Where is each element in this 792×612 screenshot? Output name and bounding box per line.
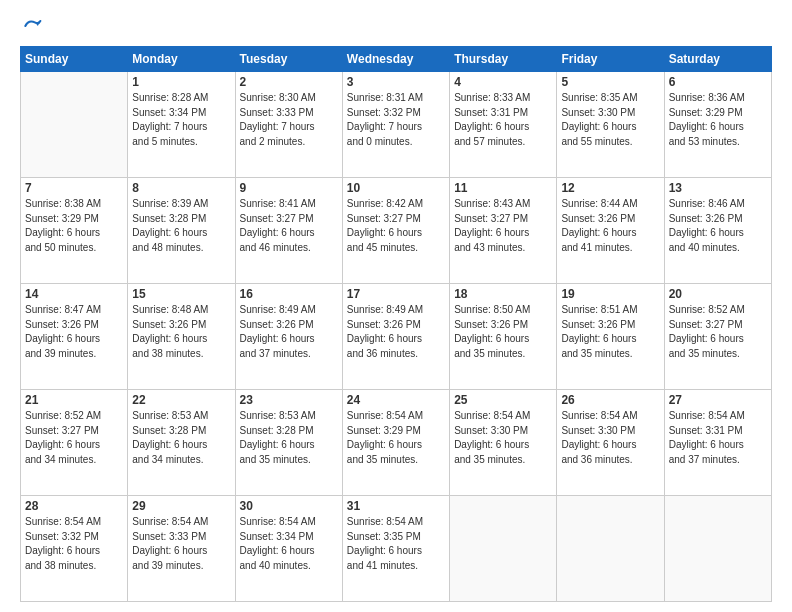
day-info: Sunrise: 8:50 AM Sunset: 3:26 PM Dayligh…: [454, 303, 552, 361]
day-number: 19: [561, 287, 659, 301]
day-number: 11: [454, 181, 552, 195]
day-number: 4: [454, 75, 552, 89]
day-info: Sunrise: 8:53 AM Sunset: 3:28 PM Dayligh…: [132, 409, 230, 467]
day-number: 8: [132, 181, 230, 195]
logo: [20, 18, 42, 36]
calendar-cell: 21Sunrise: 8:52 AM Sunset: 3:27 PM Dayli…: [21, 390, 128, 496]
calendar-cell: 3Sunrise: 8:31 AM Sunset: 3:32 PM Daylig…: [342, 72, 449, 178]
weekday-header: Wednesday: [342, 47, 449, 72]
day-number: 9: [240, 181, 338, 195]
day-info: Sunrise: 8:47 AM Sunset: 3:26 PM Dayligh…: [25, 303, 123, 361]
calendar-cell: 31Sunrise: 8:54 AM Sunset: 3:35 PM Dayli…: [342, 496, 449, 602]
day-info: Sunrise: 8:48 AM Sunset: 3:26 PM Dayligh…: [132, 303, 230, 361]
day-number: 1: [132, 75, 230, 89]
day-info: Sunrise: 8:52 AM Sunset: 3:27 PM Dayligh…: [25, 409, 123, 467]
day-number: 13: [669, 181, 767, 195]
day-info: Sunrise: 8:39 AM Sunset: 3:28 PM Dayligh…: [132, 197, 230, 255]
calendar-week-row: 28Sunrise: 8:54 AM Sunset: 3:32 PM Dayli…: [21, 496, 772, 602]
calendar-cell: 14Sunrise: 8:47 AM Sunset: 3:26 PM Dayli…: [21, 284, 128, 390]
calendar-cell: 7Sunrise: 8:38 AM Sunset: 3:29 PM Daylig…: [21, 178, 128, 284]
day-info: Sunrise: 8:30 AM Sunset: 3:33 PM Dayligh…: [240, 91, 338, 149]
day-info: Sunrise: 8:53 AM Sunset: 3:28 PM Dayligh…: [240, 409, 338, 467]
day-number: 7: [25, 181, 123, 195]
day-number: 15: [132, 287, 230, 301]
calendar-cell: 2Sunrise: 8:30 AM Sunset: 3:33 PM Daylig…: [235, 72, 342, 178]
day-info: Sunrise: 8:54 AM Sunset: 3:32 PM Dayligh…: [25, 515, 123, 573]
calendar-cell: 18Sunrise: 8:50 AM Sunset: 3:26 PM Dayli…: [450, 284, 557, 390]
calendar-cell: [21, 72, 128, 178]
day-info: Sunrise: 8:52 AM Sunset: 3:27 PM Dayligh…: [669, 303, 767, 361]
calendar: SundayMondayTuesdayWednesdayThursdayFrid…: [20, 46, 772, 602]
day-number: 17: [347, 287, 445, 301]
calendar-cell: 29Sunrise: 8:54 AM Sunset: 3:33 PM Dayli…: [128, 496, 235, 602]
day-info: Sunrise: 8:49 AM Sunset: 3:26 PM Dayligh…: [240, 303, 338, 361]
calendar-cell: 17Sunrise: 8:49 AM Sunset: 3:26 PM Dayli…: [342, 284, 449, 390]
day-number: 16: [240, 287, 338, 301]
logo-icon: [22, 16, 42, 36]
calendar-cell: 25Sunrise: 8:54 AM Sunset: 3:30 PM Dayli…: [450, 390, 557, 496]
day-info: Sunrise: 8:35 AM Sunset: 3:30 PM Dayligh…: [561, 91, 659, 149]
day-number: 29: [132, 499, 230, 513]
day-info: Sunrise: 8:54 AM Sunset: 3:29 PM Dayligh…: [347, 409, 445, 467]
day-number: 31: [347, 499, 445, 513]
calendar-cell: 24Sunrise: 8:54 AM Sunset: 3:29 PM Dayli…: [342, 390, 449, 496]
day-number: 23: [240, 393, 338, 407]
calendar-cell: 15Sunrise: 8:48 AM Sunset: 3:26 PM Dayli…: [128, 284, 235, 390]
calendar-cell: 8Sunrise: 8:39 AM Sunset: 3:28 PM Daylig…: [128, 178, 235, 284]
day-number: 10: [347, 181, 445, 195]
day-number: 21: [25, 393, 123, 407]
day-info: Sunrise: 8:28 AM Sunset: 3:34 PM Dayligh…: [132, 91, 230, 149]
calendar-cell: 13Sunrise: 8:46 AM Sunset: 3:26 PM Dayli…: [664, 178, 771, 284]
header: [20, 18, 772, 36]
day-info: Sunrise: 8:54 AM Sunset: 3:30 PM Dayligh…: [454, 409, 552, 467]
calendar-cell: 19Sunrise: 8:51 AM Sunset: 3:26 PM Dayli…: [557, 284, 664, 390]
calendar-cell: 27Sunrise: 8:54 AM Sunset: 3:31 PM Dayli…: [664, 390, 771, 496]
calendar-cell: 20Sunrise: 8:52 AM Sunset: 3:27 PM Dayli…: [664, 284, 771, 390]
day-number: 14: [25, 287, 123, 301]
day-info: Sunrise: 8:51 AM Sunset: 3:26 PM Dayligh…: [561, 303, 659, 361]
day-number: 28: [25, 499, 123, 513]
day-info: Sunrise: 8:54 AM Sunset: 3:33 PM Dayligh…: [132, 515, 230, 573]
day-info: Sunrise: 8:54 AM Sunset: 3:31 PM Dayligh…: [669, 409, 767, 467]
calendar-cell: 11Sunrise: 8:43 AM Sunset: 3:27 PM Dayli…: [450, 178, 557, 284]
calendar-cell: 28Sunrise: 8:54 AM Sunset: 3:32 PM Dayli…: [21, 496, 128, 602]
calendar-cell: 26Sunrise: 8:54 AM Sunset: 3:30 PM Dayli…: [557, 390, 664, 496]
weekday-header: Sunday: [21, 47, 128, 72]
page: SundayMondayTuesdayWednesdayThursdayFrid…: [0, 0, 792, 612]
calendar-week-row: 14Sunrise: 8:47 AM Sunset: 3:26 PM Dayli…: [21, 284, 772, 390]
day-info: Sunrise: 8:42 AM Sunset: 3:27 PM Dayligh…: [347, 197, 445, 255]
day-number: 6: [669, 75, 767, 89]
weekday-header: Friday: [557, 47, 664, 72]
day-info: Sunrise: 8:36 AM Sunset: 3:29 PM Dayligh…: [669, 91, 767, 149]
day-number: 24: [347, 393, 445, 407]
day-number: 30: [240, 499, 338, 513]
day-number: 20: [669, 287, 767, 301]
day-info: Sunrise: 8:54 AM Sunset: 3:34 PM Dayligh…: [240, 515, 338, 573]
calendar-cell: [450, 496, 557, 602]
calendar-cell: 16Sunrise: 8:49 AM Sunset: 3:26 PM Dayli…: [235, 284, 342, 390]
day-info: Sunrise: 8:31 AM Sunset: 3:32 PM Dayligh…: [347, 91, 445, 149]
calendar-cell: [557, 496, 664, 602]
calendar-cell: 9Sunrise: 8:41 AM Sunset: 3:27 PM Daylig…: [235, 178, 342, 284]
calendar-cell: [664, 496, 771, 602]
calendar-cell: 1Sunrise: 8:28 AM Sunset: 3:34 PM Daylig…: [128, 72, 235, 178]
calendar-week-row: 1Sunrise: 8:28 AM Sunset: 3:34 PM Daylig…: [21, 72, 772, 178]
day-number: 12: [561, 181, 659, 195]
calendar-cell: 5Sunrise: 8:35 AM Sunset: 3:30 PM Daylig…: [557, 72, 664, 178]
day-number: 5: [561, 75, 659, 89]
day-info: Sunrise: 8:54 AM Sunset: 3:30 PM Dayligh…: [561, 409, 659, 467]
day-number: 2: [240, 75, 338, 89]
calendar-cell: 23Sunrise: 8:53 AM Sunset: 3:28 PM Dayli…: [235, 390, 342, 496]
calendar-cell: 10Sunrise: 8:42 AM Sunset: 3:27 PM Dayli…: [342, 178, 449, 284]
calendar-cell: 22Sunrise: 8:53 AM Sunset: 3:28 PM Dayli…: [128, 390, 235, 496]
weekday-header: Saturday: [664, 47, 771, 72]
calendar-cell: 6Sunrise: 8:36 AM Sunset: 3:29 PM Daylig…: [664, 72, 771, 178]
calendar-week-row: 7Sunrise: 8:38 AM Sunset: 3:29 PM Daylig…: [21, 178, 772, 284]
day-number: 27: [669, 393, 767, 407]
day-info: Sunrise: 8:54 AM Sunset: 3:35 PM Dayligh…: [347, 515, 445, 573]
day-info: Sunrise: 8:44 AM Sunset: 3:26 PM Dayligh…: [561, 197, 659, 255]
day-number: 18: [454, 287, 552, 301]
weekday-header: Monday: [128, 47, 235, 72]
calendar-cell: 12Sunrise: 8:44 AM Sunset: 3:26 PM Dayli…: [557, 178, 664, 284]
day-number: 22: [132, 393, 230, 407]
